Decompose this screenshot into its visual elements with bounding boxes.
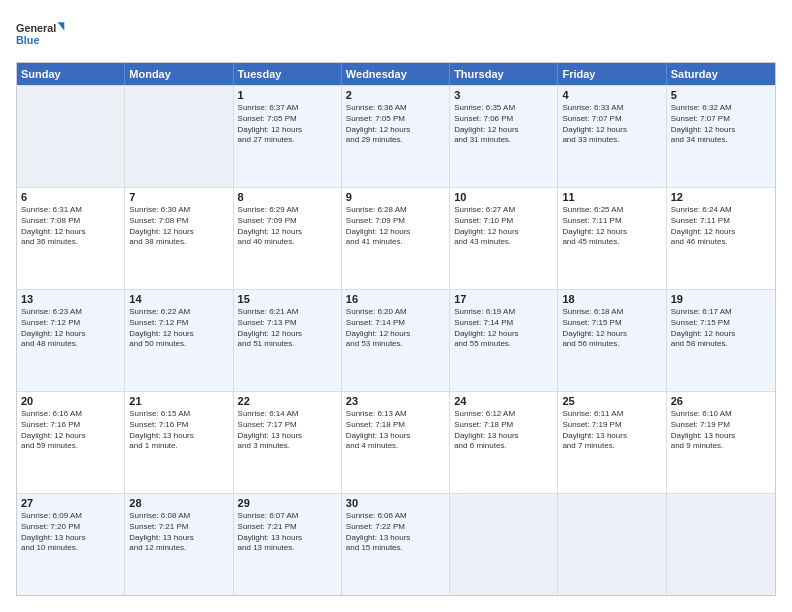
calendar-row-0: 1Sunrise: 6:37 AM Sunset: 7:05 PM Daylig… xyxy=(17,85,775,187)
day-number: 22 xyxy=(238,395,337,407)
calendar-cell xyxy=(125,86,233,187)
cell-info: Sunrise: 6:30 AM Sunset: 7:08 PM Dayligh… xyxy=(129,205,228,248)
svg-marker-2 xyxy=(58,22,65,30)
calendar-cell: 13Sunrise: 6:23 AM Sunset: 7:12 PM Dayli… xyxy=(17,290,125,391)
calendar-cell: 19Sunrise: 6:17 AM Sunset: 7:15 PM Dayli… xyxy=(667,290,775,391)
calendar-cell: 15Sunrise: 6:21 AM Sunset: 7:13 PM Dayli… xyxy=(234,290,342,391)
calendar-cell: 14Sunrise: 6:22 AM Sunset: 7:12 PM Dayli… xyxy=(125,290,233,391)
logo-svg: General Blue xyxy=(16,16,66,52)
calendar-cell: 27Sunrise: 6:09 AM Sunset: 7:20 PM Dayli… xyxy=(17,494,125,595)
day-number: 29 xyxy=(238,497,337,509)
calendar-header: SundayMondayTuesdayWednesdayThursdayFrid… xyxy=(17,63,775,85)
calendar-row-2: 13Sunrise: 6:23 AM Sunset: 7:12 PM Dayli… xyxy=(17,289,775,391)
calendar-cell: 12Sunrise: 6:24 AM Sunset: 7:11 PM Dayli… xyxy=(667,188,775,289)
calendar-cell xyxy=(667,494,775,595)
cell-info: Sunrise: 6:14 AM Sunset: 7:17 PM Dayligh… xyxy=(238,409,337,452)
calendar-cell: 11Sunrise: 6:25 AM Sunset: 7:11 PM Dayli… xyxy=(558,188,666,289)
header-day-thursday: Thursday xyxy=(450,63,558,85)
cell-info: Sunrise: 6:31 AM Sunset: 7:08 PM Dayligh… xyxy=(21,205,120,248)
calendar-row-4: 27Sunrise: 6:09 AM Sunset: 7:20 PM Dayli… xyxy=(17,493,775,595)
calendar-cell: 18Sunrise: 6:18 AM Sunset: 7:15 PM Dayli… xyxy=(558,290,666,391)
cell-info: Sunrise: 6:37 AM Sunset: 7:05 PM Dayligh… xyxy=(238,103,337,146)
cell-info: Sunrise: 6:06 AM Sunset: 7:22 PM Dayligh… xyxy=(346,511,445,554)
day-number: 12 xyxy=(671,191,771,203)
cell-info: Sunrise: 6:18 AM Sunset: 7:15 PM Dayligh… xyxy=(562,307,661,350)
day-number: 26 xyxy=(671,395,771,407)
day-number: 13 xyxy=(21,293,120,305)
calendar-cell: 1Sunrise: 6:37 AM Sunset: 7:05 PM Daylig… xyxy=(234,86,342,187)
calendar-cell: 22Sunrise: 6:14 AM Sunset: 7:17 PM Dayli… xyxy=(234,392,342,493)
calendar-cell: 20Sunrise: 6:16 AM Sunset: 7:16 PM Dayli… xyxy=(17,392,125,493)
cell-info: Sunrise: 6:27 AM Sunset: 7:10 PM Dayligh… xyxy=(454,205,553,248)
calendar-cell: 7Sunrise: 6:30 AM Sunset: 7:08 PM Daylig… xyxy=(125,188,233,289)
cell-info: Sunrise: 6:08 AM Sunset: 7:21 PM Dayligh… xyxy=(129,511,228,554)
cell-info: Sunrise: 6:25 AM Sunset: 7:11 PM Dayligh… xyxy=(562,205,661,248)
day-number: 25 xyxy=(562,395,661,407)
day-number: 7 xyxy=(129,191,228,203)
calendar-cell: 16Sunrise: 6:20 AM Sunset: 7:14 PM Dayli… xyxy=(342,290,450,391)
day-number: 2 xyxy=(346,89,445,101)
cell-info: Sunrise: 6:22 AM Sunset: 7:12 PM Dayligh… xyxy=(129,307,228,350)
header-day-wednesday: Wednesday xyxy=(342,63,450,85)
day-number: 1 xyxy=(238,89,337,101)
cell-info: Sunrise: 6:21 AM Sunset: 7:13 PM Dayligh… xyxy=(238,307,337,350)
day-number: 10 xyxy=(454,191,553,203)
cell-info: Sunrise: 6:29 AM Sunset: 7:09 PM Dayligh… xyxy=(238,205,337,248)
svg-text:General: General xyxy=(16,22,56,34)
day-number: 24 xyxy=(454,395,553,407)
calendar-cell xyxy=(17,86,125,187)
day-number: 9 xyxy=(346,191,445,203)
day-number: 6 xyxy=(21,191,120,203)
calendar-cell: 5Sunrise: 6:32 AM Sunset: 7:07 PM Daylig… xyxy=(667,86,775,187)
day-number: 11 xyxy=(562,191,661,203)
cell-info: Sunrise: 6:28 AM Sunset: 7:09 PM Dayligh… xyxy=(346,205,445,248)
calendar: SundayMondayTuesdayWednesdayThursdayFrid… xyxy=(16,62,776,596)
day-number: 5 xyxy=(671,89,771,101)
cell-info: Sunrise: 6:11 AM Sunset: 7:19 PM Dayligh… xyxy=(562,409,661,452)
cell-info: Sunrise: 6:33 AM Sunset: 7:07 PM Dayligh… xyxy=(562,103,661,146)
calendar-cell: 28Sunrise: 6:08 AM Sunset: 7:21 PM Dayli… xyxy=(125,494,233,595)
cell-info: Sunrise: 6:07 AM Sunset: 7:21 PM Dayligh… xyxy=(238,511,337,554)
calendar-cell: 24Sunrise: 6:12 AM Sunset: 7:18 PM Dayli… xyxy=(450,392,558,493)
cell-info: Sunrise: 6:13 AM Sunset: 7:18 PM Dayligh… xyxy=(346,409,445,452)
cell-info: Sunrise: 6:23 AM Sunset: 7:12 PM Dayligh… xyxy=(21,307,120,350)
calendar-row-1: 6Sunrise: 6:31 AM Sunset: 7:08 PM Daylig… xyxy=(17,187,775,289)
cell-info: Sunrise: 6:16 AM Sunset: 7:16 PM Dayligh… xyxy=(21,409,120,452)
day-number: 28 xyxy=(129,497,228,509)
calendar-cell: 9Sunrise: 6:28 AM Sunset: 7:09 PM Daylig… xyxy=(342,188,450,289)
cell-info: Sunrise: 6:17 AM Sunset: 7:15 PM Dayligh… xyxy=(671,307,771,350)
calendar-body: 1Sunrise: 6:37 AM Sunset: 7:05 PM Daylig… xyxy=(17,85,775,595)
page: General Blue SundayMondayTuesdayWednesda… xyxy=(0,0,792,612)
logo: General Blue xyxy=(16,16,66,52)
calendar-cell: 29Sunrise: 6:07 AM Sunset: 7:21 PM Dayli… xyxy=(234,494,342,595)
header-day-monday: Monday xyxy=(125,63,233,85)
cell-info: Sunrise: 6:19 AM Sunset: 7:14 PM Dayligh… xyxy=(454,307,553,350)
cell-info: Sunrise: 6:36 AM Sunset: 7:05 PM Dayligh… xyxy=(346,103,445,146)
calendar-cell: 25Sunrise: 6:11 AM Sunset: 7:19 PM Dayli… xyxy=(558,392,666,493)
calendar-row-3: 20Sunrise: 6:16 AM Sunset: 7:16 PM Dayli… xyxy=(17,391,775,493)
day-number: 15 xyxy=(238,293,337,305)
day-number: 8 xyxy=(238,191,337,203)
day-number: 14 xyxy=(129,293,228,305)
calendar-cell xyxy=(450,494,558,595)
day-number: 20 xyxy=(21,395,120,407)
cell-info: Sunrise: 6:09 AM Sunset: 7:20 PM Dayligh… xyxy=(21,511,120,554)
svg-text:Blue: Blue xyxy=(16,34,39,46)
calendar-cell: 23Sunrise: 6:13 AM Sunset: 7:18 PM Dayli… xyxy=(342,392,450,493)
day-number: 3 xyxy=(454,89,553,101)
calendar-cell: 26Sunrise: 6:10 AM Sunset: 7:19 PM Dayli… xyxy=(667,392,775,493)
calendar-cell: 3Sunrise: 6:35 AM Sunset: 7:06 PM Daylig… xyxy=(450,86,558,187)
calendar-cell: 30Sunrise: 6:06 AM Sunset: 7:22 PM Dayli… xyxy=(342,494,450,595)
header-day-sunday: Sunday xyxy=(17,63,125,85)
day-number: 16 xyxy=(346,293,445,305)
day-number: 30 xyxy=(346,497,445,509)
header-day-tuesday: Tuesday xyxy=(234,63,342,85)
cell-info: Sunrise: 6:10 AM Sunset: 7:19 PM Dayligh… xyxy=(671,409,771,452)
calendar-cell xyxy=(558,494,666,595)
header-day-saturday: Saturday xyxy=(667,63,775,85)
cell-info: Sunrise: 6:20 AM Sunset: 7:14 PM Dayligh… xyxy=(346,307,445,350)
cell-info: Sunrise: 6:35 AM Sunset: 7:06 PM Dayligh… xyxy=(454,103,553,146)
day-number: 27 xyxy=(21,497,120,509)
cell-info: Sunrise: 6:24 AM Sunset: 7:11 PM Dayligh… xyxy=(671,205,771,248)
day-number: 18 xyxy=(562,293,661,305)
